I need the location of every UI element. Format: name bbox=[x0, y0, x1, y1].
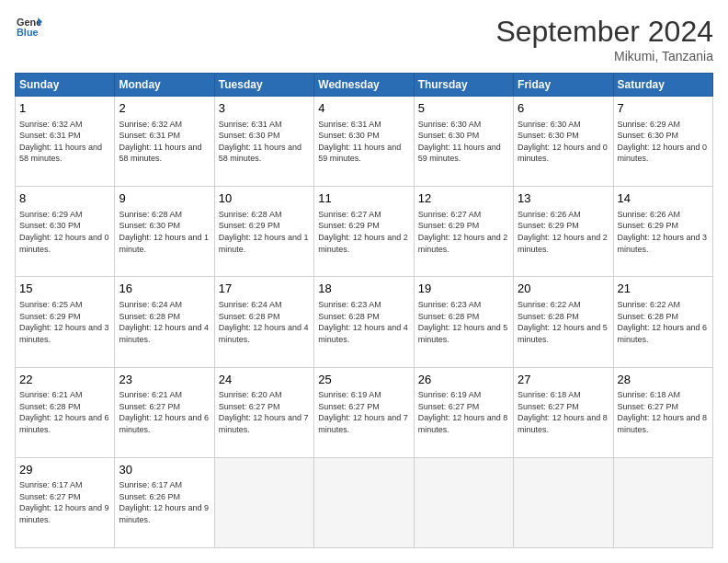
col-saturday: Saturday bbox=[613, 74, 712, 97]
daylight-text: Daylight: 12 hours and 1 minute. bbox=[219, 233, 309, 254]
table-row: 16 Sunrise: 6:24 AM Sunset: 6:28 PM Dayl… bbox=[115, 277, 214, 367]
day-number: 7 bbox=[618, 100, 709, 117]
sunrise-text: Sunrise: 6:23 AM bbox=[418, 300, 482, 309]
day-number: 1 bbox=[19, 100, 110, 117]
daylight-text: Daylight: 11 hours and 58 minutes. bbox=[119, 143, 201, 164]
table-row bbox=[414, 457, 513, 547]
daylight-text: Daylight: 12 hours and 0 minutes. bbox=[518, 143, 608, 164]
day-info: Sunrise: 6:21 AM Sunset: 6:28 PM Dayligh… bbox=[19, 389, 110, 435]
table-row: 21 Sunrise: 6:22 AM Sunset: 6:28 PM Dayl… bbox=[613, 277, 712, 367]
daylight-text: Daylight: 12 hours and 8 minutes. bbox=[418, 413, 508, 434]
table-row: 28 Sunrise: 6:18 AM Sunset: 6:27 PM Dayl… bbox=[613, 367, 712, 457]
sunset-text: Sunset: 6:28 PM bbox=[119, 312, 180, 321]
table-row: 2 Sunrise: 6:32 AM Sunset: 6:31 PM Dayli… bbox=[115, 97, 214, 187]
day-info: Sunrise: 6:18 AM Sunset: 6:27 PM Dayligh… bbox=[618, 389, 709, 435]
table-row: 12 Sunrise: 6:27 AM Sunset: 6:29 PM Dayl… bbox=[414, 187, 513, 277]
day-info: Sunrise: 6:22 AM Sunset: 6:28 PM Dayligh… bbox=[518, 299, 609, 345]
daylight-text: Daylight: 12 hours and 6 minutes. bbox=[618, 323, 708, 344]
logo-icon: General Blue bbox=[17, 15, 42, 40]
day-number: 18 bbox=[318, 281, 409, 297]
day-info: Sunrise: 6:30 AM Sunset: 6:30 PM Dayligh… bbox=[518, 119, 609, 165]
day-number: 15 bbox=[19, 281, 110, 297]
table-row: 29 Sunrise: 6:17 AM Sunset: 6:27 PM Dayl… bbox=[16, 457, 115, 547]
sunset-text: Sunset: 6:28 PM bbox=[518, 312, 579, 321]
daylight-text: Daylight: 12 hours and 7 minutes. bbox=[318, 413, 408, 434]
sunset-text: Sunset: 6:27 PM bbox=[318, 402, 380, 411]
sunrise-text: Sunrise: 6:30 AM bbox=[518, 120, 581, 129]
day-info: Sunrise: 6:26 AM Sunset: 6:29 PM Dayligh… bbox=[518, 209, 609, 255]
sunset-text: Sunset: 6:29 PM bbox=[518, 221, 579, 230]
daylight-text: Daylight: 12 hours and 4 minutes. bbox=[318, 323, 408, 344]
daylight-text: Daylight: 12 hours and 5 minutes. bbox=[518, 323, 608, 344]
svg-text:Blue: Blue bbox=[17, 27, 39, 38]
sunset-text: Sunset: 6:27 PM bbox=[19, 492, 81, 501]
daylight-text: Daylight: 12 hours and 4 minutes. bbox=[219, 323, 309, 344]
sunrise-text: Sunrise: 6:18 AM bbox=[618, 390, 681, 399]
day-info: Sunrise: 6:28 AM Sunset: 6:30 PM Dayligh… bbox=[119, 209, 210, 255]
page: General Blue September 2024 Mikumi, Tanz… bbox=[0, 0, 728, 563]
sunrise-text: Sunrise: 6:19 AM bbox=[418, 390, 482, 399]
day-number: 8 bbox=[19, 190, 110, 207]
col-friday: Friday bbox=[514, 74, 613, 97]
sunrise-text: Sunrise: 6:29 AM bbox=[618, 120, 681, 129]
day-info: Sunrise: 6:32 AM Sunset: 6:31 PM Dayligh… bbox=[19, 119, 110, 165]
day-info: Sunrise: 6:23 AM Sunset: 6:28 PM Dayligh… bbox=[418, 299, 509, 345]
table-row: 30 Sunrise: 6:17 AM Sunset: 6:26 PM Dayl… bbox=[115, 457, 214, 547]
sunrise-text: Sunrise: 6:30 AM bbox=[418, 120, 482, 129]
day-info: Sunrise: 6:31 AM Sunset: 6:30 PM Dayligh… bbox=[219, 119, 310, 165]
day-info: Sunrise: 6:22 AM Sunset: 6:28 PM Dayligh… bbox=[618, 299, 709, 345]
sunset-text: Sunset: 6:27 PM bbox=[518, 402, 579, 411]
day-number: 17 bbox=[219, 281, 310, 297]
daylight-text: Daylight: 12 hours and 6 minutes. bbox=[19, 413, 109, 434]
sunset-text: Sunset: 6:27 PM bbox=[219, 402, 280, 411]
day-number: 12 bbox=[418, 190, 509, 207]
sunset-text: Sunset: 6:30 PM bbox=[318, 131, 380, 140]
location-subtitle: Mikumi, Tanzania bbox=[495, 49, 713, 63]
day-number: 24 bbox=[219, 372, 310, 388]
table-row bbox=[514, 457, 613, 547]
logo: General Blue bbox=[15, 15, 42, 44]
sunrise-text: Sunrise: 6:26 AM bbox=[518, 210, 581, 219]
day-number: 13 bbox=[518, 190, 609, 207]
daylight-text: Daylight: 11 hours and 59 minutes. bbox=[318, 143, 401, 164]
sunset-text: Sunset: 6:29 PM bbox=[418, 221, 480, 230]
sunset-text: Sunset: 6:28 PM bbox=[19, 402, 81, 411]
day-info: Sunrise: 6:19 AM Sunset: 6:27 PM Dayligh… bbox=[318, 389, 409, 435]
day-number: 30 bbox=[119, 462, 210, 478]
daylight-text: Daylight: 12 hours and 1 minute. bbox=[119, 233, 209, 254]
table-row: 6 Sunrise: 6:30 AM Sunset: 6:30 PM Dayli… bbox=[514, 97, 613, 187]
day-info: Sunrise: 6:29 AM Sunset: 6:30 PM Dayligh… bbox=[19, 209, 110, 255]
day-number: 29 bbox=[19, 462, 110, 478]
table-row: 8 Sunrise: 6:29 AM Sunset: 6:30 PM Dayli… bbox=[16, 187, 115, 277]
daylight-text: Daylight: 12 hours and 2 minutes. bbox=[418, 233, 508, 254]
daylight-text: Daylight: 11 hours and 59 minutes. bbox=[418, 143, 501, 164]
day-number: 11 bbox=[318, 190, 409, 207]
table-row: 13 Sunrise: 6:26 AM Sunset: 6:29 PM Dayl… bbox=[514, 187, 613, 277]
day-info: Sunrise: 6:31 AM Sunset: 6:30 PM Dayligh… bbox=[318, 119, 409, 165]
day-number: 5 bbox=[418, 100, 509, 117]
table-row: 10 Sunrise: 6:28 AM Sunset: 6:29 PM Dayl… bbox=[214, 187, 313, 277]
day-info: Sunrise: 6:23 AM Sunset: 6:28 PM Dayligh… bbox=[318, 299, 409, 345]
day-info: Sunrise: 6:24 AM Sunset: 6:28 PM Dayligh… bbox=[219, 299, 310, 345]
sunset-text: Sunset: 6:28 PM bbox=[418, 312, 480, 321]
day-number: 27 bbox=[518, 372, 609, 388]
daylight-text: Daylight: 12 hours and 3 minutes. bbox=[618, 233, 708, 254]
table-row: 9 Sunrise: 6:28 AM Sunset: 6:30 PM Dayli… bbox=[115, 187, 214, 277]
day-number: 25 bbox=[318, 372, 409, 388]
daylight-text: Daylight: 12 hours and 4 minutes. bbox=[119, 323, 209, 344]
sunrise-text: Sunrise: 6:31 AM bbox=[318, 120, 381, 129]
daylight-text: Daylight: 12 hours and 2 minutes. bbox=[518, 233, 608, 254]
sunset-text: Sunset: 6:27 PM bbox=[119, 402, 180, 411]
table-row: 24 Sunrise: 6:20 AM Sunset: 6:27 PM Dayl… bbox=[214, 367, 313, 457]
sunset-text: Sunset: 6:27 PM bbox=[618, 402, 679, 411]
sunrise-text: Sunrise: 6:27 AM bbox=[318, 210, 381, 219]
sunset-text: Sunset: 6:29 PM bbox=[318, 221, 380, 230]
sunrise-text: Sunrise: 6:26 AM bbox=[618, 210, 681, 219]
sunset-text: Sunset: 6:30 PM bbox=[618, 131, 679, 140]
daylight-text: Daylight: 12 hours and 0 minutes. bbox=[618, 143, 708, 164]
day-number: 16 bbox=[119, 281, 210, 297]
sunrise-text: Sunrise: 6:21 AM bbox=[119, 390, 182, 399]
day-info: Sunrise: 6:27 AM Sunset: 6:29 PM Dayligh… bbox=[318, 209, 409, 255]
day-info: Sunrise: 6:17 AM Sunset: 6:27 PM Dayligh… bbox=[19, 479, 110, 525]
sunset-text: Sunset: 6:28 PM bbox=[219, 312, 280, 321]
